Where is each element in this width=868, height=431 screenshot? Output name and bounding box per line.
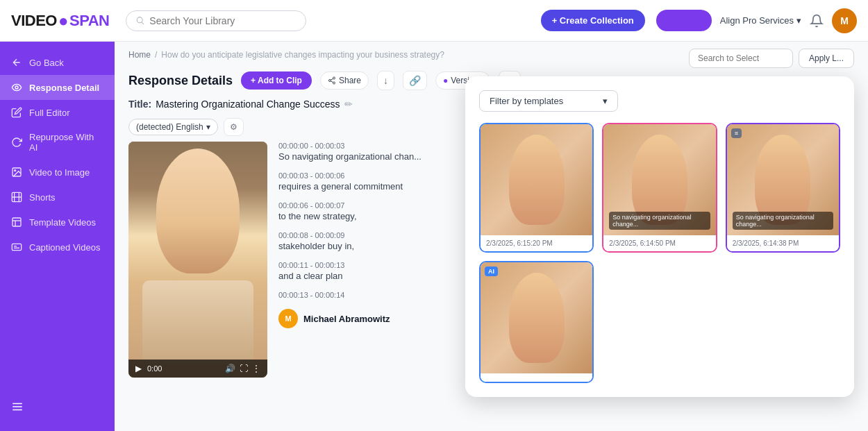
sidebar-item-captioned-videos[interactable]: Captioned Videos — [0, 235, 115, 260]
filter-row: Filter by templates ▾ — [479, 90, 840, 112]
sidebar-go-back-label: Go Back — [29, 58, 64, 68]
user-name: Michael Abramowitz — [303, 314, 390, 324]
template-icon — [11, 217, 22, 228]
video-card-3[interactable]: AI — [479, 261, 594, 383]
versions-dot: ● — [443, 76, 448, 85]
refresh-icon — [11, 137, 22, 148]
film-icon — [11, 192, 22, 203]
volume-icon[interactable]: 🔊 — [225, 364, 235, 373]
card-badge-3: AI — [485, 267, 498, 276]
title-value: Mastering Organizational Change Success — [156, 99, 340, 110]
video-card-footer-0: 2/3/2025, 6:15:20 PM — [481, 235, 592, 251]
card-badge-2: ≡ — [731, 128, 742, 138]
sidebar-video-to-image-label: Video to Image — [29, 167, 90, 178]
sidebar-item-repurpose-ai[interactable]: Repurpose With AI — [0, 125, 115, 160]
title-label: Title: — [128, 99, 151, 110]
video-cards-grid: 2/3/2025, 6:15:20 PM So navigating organ… — [479, 123, 840, 383]
video-card-footer-3 — [481, 373, 592, 382]
share-label: Share — [339, 76, 361, 85]
arrow-left-icon — [11, 57, 22, 68]
edit-title-icon[interactable]: ✏ — [344, 99, 353, 110]
video-card-2[interactable]: ≡ So navigating organizational change...… — [726, 123, 840, 253]
fullscreen-icon[interactable]: ⛶ — [240, 364, 248, 373]
image-icon — [11, 167, 22, 178]
apply-button[interactable]: Apply L... — [799, 49, 854, 68]
language-settings-icon[interactable]: ⚙ — [224, 118, 244, 136]
video-card-thumb-0 — [481, 124, 592, 235]
card-overlay-text-1: So navigating organizational change... — [609, 212, 710, 230]
video-card-thumb-2: ≡ So navigating organizational change... — [727, 124, 839, 235]
svg-rect-10 — [12, 244, 21, 250]
sidebar-bottom — [0, 394, 115, 423]
search-icon — [136, 16, 145, 26]
create-collection-button[interactable]: + Create Collection — [541, 10, 645, 31]
svg-line-20 — [331, 78, 333, 80]
response-details-title: Response Details — [128, 74, 233, 88]
video-thumbnail: ▶ 0:00 🔊 ⛶ ⋮ — [128, 142, 267, 378]
svg-point-0 — [15, 86, 18, 89]
share-button[interactable]: Share — [320, 71, 369, 90]
breadcrumb-page: How do you anticipate legislative change… — [161, 50, 444, 60]
sidebar-item-full-editor[interactable]: Full Editor — [0, 100, 115, 125]
edit-icon — [11, 107, 22, 118]
user-avatar-small: M — [278, 309, 298, 328]
sidebar-template-videos-label: Template Videos — [29, 217, 96, 228]
logo-span-text: SPAN — [69, 12, 110, 30]
breadcrumb-separator: / — [155, 50, 157, 60]
sidebar-item-video-to-image[interactable]: Video to Image — [0, 160, 115, 185]
bell-icon[interactable] — [810, 14, 824, 28]
lang-chevron-icon: ▾ — [206, 122, 210, 132]
video-card-footer-1: 2/3/2025, 6:14:50 PM — [603, 235, 715, 251]
link-button[interactable]: 🔗 — [403, 71, 427, 90]
filter-label: Filter by templates — [490, 96, 563, 106]
svg-point-16 — [333, 77, 335, 79]
caption-icon — [11, 242, 22, 253]
svg-line-19 — [331, 81, 333, 83]
sidebar-item-go-back[interactable]: Go Back — [0, 50, 115, 75]
share-icon — [328, 76, 336, 85]
search-to-select-input[interactable] — [689, 49, 793, 68]
chevron-down-icon: ▾ — [796, 15, 801, 26]
sidebar-item-template-videos[interactable]: Template Videos — [0, 210, 115, 235]
overlay-panel: Apply L... Filter by templates ▾ 2/3/202… — [465, 76, 854, 397]
align-services-label: Align Pro Services — [720, 15, 794, 26]
sidebar-shorts-label: Shorts — [29, 192, 56, 203]
logo: VIDEO ● SPAN — [11, 11, 109, 31]
search-input[interactable] — [149, 15, 296, 26]
sidebar-item-response-detail[interactable]: Response Detail — [0, 75, 115, 100]
breadcrumb-home[interactable]: Home — [128, 50, 151, 60]
svg-point-17 — [328, 80, 331, 82]
filter-chevron-icon: ▾ — [603, 96, 608, 106]
video-card-footer-2: 2/3/2025, 6:14:38 PM — [727, 235, 839, 251]
video-time: 0:00 — [147, 364, 162, 373]
sidebar-captioned-videos-label: Captioned Videos — [29, 242, 100, 253]
eye-icon — [11, 82, 22, 93]
language-selector[interactable]: (detected) English ▾ — [128, 119, 218, 135]
language-label: (detected) English — [136, 122, 203, 132]
add-to-clip-button[interactable]: + Add to Clip — [241, 71, 312, 90]
top-navigation: VIDEO ● SPAN + Create Collection Align P… — [0, 0, 868, 42]
svg-point-18 — [333, 82, 335, 84]
logo-dot: ● — [58, 11, 68, 31]
download-button[interactable]: ↓ — [377, 71, 394, 90]
video-preview — [128, 142, 267, 378]
filter-by-templates[interactable]: Filter by templates ▾ — [479, 90, 618, 112]
video-card-thumb-1: So navigating organizational change... — [603, 124, 715, 235]
search-bar[interactable] — [126, 10, 306, 31]
play-button[interactable]: ▶ — [135, 364, 142, 373]
video-card-1[interactable]: So navigating organizational change... 2… — [602, 123, 717, 253]
svg-point-2 — [15, 170, 16, 171]
video-card-thumb-3: AI — [481, 262, 592, 373]
sidebar: Go Back Response Detail Full Editor Repu… — [0, 42, 115, 431]
sidebar-menu-icon[interactable] — [0, 394, 115, 423]
svg-rect-7 — [12, 218, 21, 226]
sidebar-repurpose-label: Repurpose With AI — [29, 132, 103, 153]
sidebar-response-detail-label: Response Detail — [29, 83, 99, 93]
sidebar-item-shorts[interactable]: Shorts — [0, 185, 115, 210]
align-services-menu[interactable]: Align Pro Services ▾ — [720, 15, 801, 26]
user-avatar[interactable]: M — [832, 8, 857, 33]
more-options-icon[interactable]: ⋮ — [252, 364, 260, 373]
card-overlay-text-2: So navigating organizational change... — [733, 212, 833, 230]
purple-action-button[interactable] — [656, 10, 712, 31]
video-card-0[interactable]: 2/3/2025, 6:15:20 PM — [479, 123, 594, 253]
